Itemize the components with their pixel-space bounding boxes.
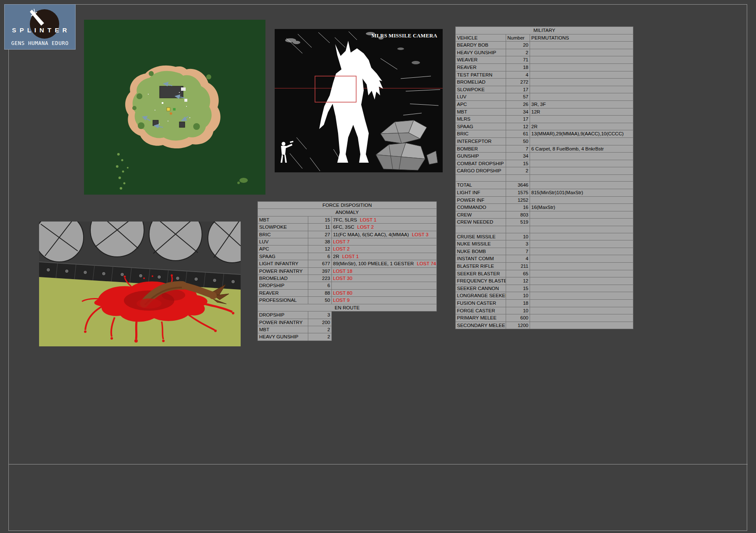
vehicle-name-cell: WEAVER [456,56,506,64]
vehicle-number-cell: 15 [506,285,530,292]
military-row: CARGO DROPSHIP2 [456,167,633,175]
vehicle-number-cell [506,174,530,182]
unit-count-cell: 6 [308,282,332,289]
military-title-row: MILITARY [456,27,633,34]
military-row [456,226,633,233]
vehicle-name-cell [456,174,506,182]
military-row: NUKE BOMB7 [456,248,633,255]
header-number: Number [506,34,530,42]
vehicle-number-cell: 17 [506,116,530,123]
lost-text: LOST 9 [333,298,349,303]
military-row: BRIC6113(MMAR),29(MMAA),9(AACC),10(CCCC) [456,130,633,138]
unit-name-cell: REAVER [258,289,308,296]
force-disposition-table: FORCE DISPOSITION ANOMALYMBT157FC, 5LRSL… [257,201,437,341]
unit-count-cell: 11 [308,224,332,231]
vehicle-number-cell: 4 [506,71,530,79]
vehicle-permutations-cell [530,219,633,226]
military-row: FORGE CASTER10 [456,307,633,314]
vehicle-name-cell [456,226,506,233]
force-row: LIGHT INFANTRY67789(MinStr), 100 PMELEE,… [258,260,437,267]
vehicle-permutations-cell [530,49,633,56]
military-row: COMMANDO1616(MaxStr) [456,204,633,211]
vehicle-name-cell: LUV [456,93,506,101]
notes-text: 11(FC MAA), 6(SC AAC), 4(MMAA) [333,232,409,237]
vehicle-number-cell: 2 [506,49,530,56]
splinter-logo: S P L I N T E R GENS HUMANA EDURO [4,4,76,50]
vehicle-name-cell: HEAVY GUNSHIP [456,49,506,56]
vehicle-name-cell: NUKE MISSILE [456,240,506,248]
military-row: MLRS17 [456,116,633,123]
unit-name-cell: APC [258,245,308,253]
unit-count-cell: 2 [308,326,332,333]
vehicle-number-cell: 803 [506,211,530,219]
lost-text: LOST 3 [412,232,428,237]
military-row: BROMELIAD272 [456,79,633,86]
vehicle-permutations-cell [530,63,633,71]
empty-cell [332,311,437,319]
lost-text: LOST 2 [357,224,374,230]
vehicle-name-cell: POWER INF [456,196,506,204]
battle-damage-art [39,222,241,346]
military-row: LUV57 [456,93,633,101]
unit-notes-cell: LOST 18 [332,267,437,274]
military-row: REAVER18 [456,63,633,71]
vehicle-permutations-cell [530,167,633,175]
logo-subtitle: GENS HUMANA EDURO [5,40,75,46]
lost-text: LOST 18 [333,269,352,274]
vehicle-number-cell: 20 [506,42,530,49]
unit-notes-cell: LOST 7 [332,238,437,245]
military-row: TEST PATTERN4 [456,71,633,79]
military-row: CREW803 [456,211,633,219]
vehicle-name-cell: SEEKER BLASTER [456,270,506,277]
unit-count-cell: 6 [308,253,332,260]
unit-name-cell: PROFESSIONAL [258,297,308,304]
notes-text: 2R [333,254,339,259]
vehicle-number-cell: 1252 [506,196,530,204]
unit-count-cell: 15 [308,216,332,223]
unit-name-cell: BRIC [258,231,308,238]
force-row: BROMELIAD223LOST 30 [258,275,437,282]
vehicle-name-cell: COMBAT DROPSHIP [456,160,506,167]
vehicle-name-cell: SEEKER CANNON [456,285,506,292]
military-row: SPAAG122R [456,123,633,130]
vehicle-number-cell: 7 [506,145,530,153]
vehicle-permutations-cell [530,196,633,204]
military-panel: MILITARY VEHICLE Number PERMUTATIONS BEA… [455,26,633,329]
military-row: BEARDY BOB20 [456,42,633,49]
vehicle-permutations-cell: 6 Carpet, 8 FuelBomb, 4 BnkrBstr [530,145,633,153]
unit-count-cell: 2 [308,333,332,340]
vehicle-name-cell: FUSION CASTER [456,299,506,307]
vehicle-permutations-cell: 815(MinStr)101(MaxStr) [530,189,633,197]
military-row: LONGRANGE SEEKER10 [456,292,633,300]
force-title-row: FORCE DISPOSITION [258,202,437,209]
vehicle-number-cell: 4 [506,255,530,263]
vehicle-permutations-cell [530,153,633,160]
force-row: MBT157FC, 5LRSLOST 1 [258,216,437,223]
military-row: GUNSHIP34 [456,153,633,160]
military-row: SECONDARY MELEE1200 [456,322,633,329]
vehicle-permutations-cell: 13(MMAR),29(MMAA),9(AACC),10(CCCC) [530,130,633,138]
military-row: WEAVER71 [456,56,633,64]
vehicle-permutations-cell [530,56,633,64]
vehicle-permutations-cell [530,255,633,263]
military-row: SEEKER CANNON15 [456,285,633,292]
vehicle-name-cell: LIGHT INF [456,189,506,197]
vehicle-number-cell: 3 [506,240,530,248]
force-disposition-panel: FORCE DISPOSITION ANOMALYMBT157FC, 5LRSL… [257,201,437,341]
military-row: BOMBER76 Carpet, 8 FuelBomb, 4 BnkrBstr [456,145,633,153]
vehicle-number-cell: 50 [506,137,530,145]
vehicle-permutations-cell [530,285,633,292]
force-section-row: EN ROUTE [258,304,437,311]
vehicle-name-cell: CARGO DROPSHIP [456,167,506,175]
vehicle-number-cell: 71 [506,56,530,64]
unit-count-cell: 223 [308,275,332,282]
military-header-row: VEHICLE Number PERMUTATIONS [456,34,633,42]
vehicle-number-cell: 211 [506,263,530,270]
header-permutations: PERMUTATIONS [530,34,633,42]
force-row: PROFESSIONAL50LOST 9 [258,297,437,304]
unit-notes-cell: LOST 9 [332,297,437,304]
military-row: FUSION CASTER18 [456,299,633,307]
vehicle-name-cell: INSTANT COMM [456,255,506,263]
vehicle-number-cell: 272 [506,79,530,86]
vehicle-name-cell: SECONDARY MELEE [456,322,506,329]
